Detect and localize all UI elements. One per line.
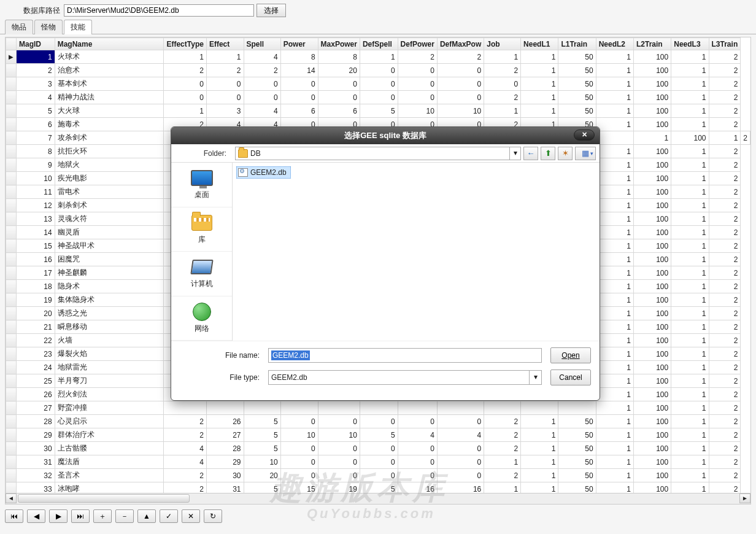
cell[interactable]: 27 (206, 428, 244, 442)
cell[interactable]: 1 (671, 280, 709, 293)
cell[interactable]: 28 (206, 442, 244, 455)
cell[interactable]: 26 (17, 388, 55, 401)
cell[interactable]: 2 (709, 307, 741, 320)
cell[interactable]: 1 (521, 50, 558, 64)
cell[interactable]: 瞬息移动 (55, 320, 164, 334)
cell[interactable]: 集体隐身术 (55, 293, 164, 307)
cell[interactable]: 2 (709, 320, 741, 334)
cell[interactable]: 2 (164, 64, 206, 77)
cell[interactable]: 10 (244, 455, 280, 469)
cell[interactable]: 1 (596, 401, 633, 415)
table-row[interactable]: 31魔法盾42910000001150110012 (6, 455, 750, 469)
cell[interactable]: 17 (17, 266, 55, 280)
cell[interactable]: 2 (709, 442, 741, 455)
cell[interactable]: 1 (671, 226, 709, 239)
cell[interactable]: 0 (437, 455, 484, 469)
cell[interactable]: 2 (484, 469, 521, 482)
cell[interactable]: 0 (318, 455, 360, 469)
place-lib[interactable]: 库 (171, 207, 232, 252)
cell[interactable]: 25 (17, 374, 55, 388)
cell[interactable]: 6 (280, 104, 318, 118)
cell[interactable]: 1 (521, 469, 558, 482)
cell[interactable]: 0 (206, 91, 244, 104)
cell[interactable]: 群体治疗术 (55, 428, 164, 442)
tab-技能[interactable]: 技能 (64, 20, 92, 34)
cell[interactable]: 1 (596, 226, 633, 239)
cell[interactable]: 21 (17, 320, 55, 334)
cell[interactable]: 0 (244, 91, 280, 104)
cell[interactable]: 100 (633, 347, 671, 361)
column-header[interactable]: L2Train (633, 38, 671, 50)
cell[interactable]: 1 (484, 482, 521, 494)
cell[interactable]: 0 (437, 91, 484, 104)
cell[interactable]: 100 (633, 428, 671, 442)
cell[interactable]: 5 (244, 415, 280, 428)
column-header[interactable]: MagName (55, 38, 164, 50)
cell[interactable]: 100 (633, 388, 671, 401)
cell[interactable] (596, 131, 633, 145)
cell[interactable]: 4 (244, 104, 280, 118)
cell[interactable]: 刺杀剑术 (55, 199, 164, 212)
cell[interactable] (164, 401, 206, 415)
cell[interactable]: 1 (671, 401, 709, 415)
cell[interactable]: 1 (671, 64, 709, 77)
nav-edit-button[interactable]: ▲ (137, 509, 156, 523)
cancel-button[interactable]: Cancel (550, 370, 591, 385)
cell[interactable]: 1 (596, 442, 633, 455)
cell[interactable]: 5 (360, 104, 398, 118)
db-path-input[interactable] (64, 4, 254, 17)
cell[interactable]: 2 (709, 64, 741, 77)
cell[interactable]: 1 (671, 172, 709, 185)
cell[interactable]: 1 (164, 104, 206, 118)
cell[interactable]: 10 (280, 428, 318, 442)
cell[interactable]: 3 (17, 77, 55, 91)
cell[interactable]: 13 (17, 212, 55, 226)
cell[interactable]: 基本剑术 (55, 77, 164, 91)
cell[interactable]: 0 (360, 415, 398, 428)
cell[interactable]: 2 (709, 388, 741, 401)
cell[interactable]: 2 (164, 469, 206, 482)
cell[interactable]: 10 (318, 428, 360, 442)
cell[interactable]: 1 (596, 212, 633, 226)
cell[interactable]: 火墙 (55, 334, 164, 347)
cell[interactable]: 2 (709, 145, 741, 158)
cell[interactable]: 1 (671, 266, 709, 280)
cell[interactable]: 23 (17, 347, 55, 361)
cell[interactable]: 30 (206, 469, 244, 482)
cell[interactable]: 心灵启示 (55, 415, 164, 428)
cell[interactable]: 2 (709, 212, 741, 226)
cell[interactable]: 2 (484, 91, 521, 104)
cell[interactable] (360, 401, 398, 415)
cell[interactable]: 2 (484, 428, 521, 442)
cell[interactable]: 9 (17, 158, 55, 172)
column-header[interactable]: NeedL1 (521, 38, 558, 50)
cell[interactable]: 1 (484, 50, 521, 64)
column-header[interactable]: NeedL3 (671, 38, 709, 50)
cell[interactable]: 29 (206, 455, 244, 469)
cell[interactable]: 1 (671, 374, 709, 388)
open-button[interactable]: Open (550, 347, 591, 363)
back-button[interactable]: ← (523, 147, 538, 160)
cell[interactable]: 灵魂火符 (55, 212, 164, 226)
table-row[interactable]: 3基本剑术000000000150110012 (6, 77, 750, 91)
cell[interactable] (280, 401, 318, 415)
cell[interactable]: 爆裂火焰 (55, 347, 164, 361)
cell[interactable]: 1 (596, 347, 633, 361)
cell[interactable]: 100 (633, 77, 671, 91)
tab-物品[interactable]: 物品 (5, 20, 33, 34)
cell[interactable]: 1 (671, 212, 709, 226)
cell[interactable] (558, 401, 596, 415)
cell[interactable]: 19 (17, 293, 55, 307)
cell[interactable]: 1 (596, 307, 633, 320)
cell[interactable]: 1 (671, 361, 709, 374)
cell[interactable]: 50 (558, 482, 596, 494)
cell[interactable]: 100 (633, 442, 671, 455)
cell[interactable]: 1 (360, 50, 398, 64)
cell[interactable]: 1 (671, 185, 709, 199)
cell[interactable]: 32 (17, 469, 55, 482)
nav-add-button[interactable]: ＋ (93, 509, 112, 523)
cell[interactable]: 治愈术 (55, 64, 164, 77)
cell[interactable]: 2 (709, 50, 741, 64)
cell[interactable]: 攻杀剑术 (55, 131, 164, 145)
cell[interactable]: 50 (558, 469, 596, 482)
